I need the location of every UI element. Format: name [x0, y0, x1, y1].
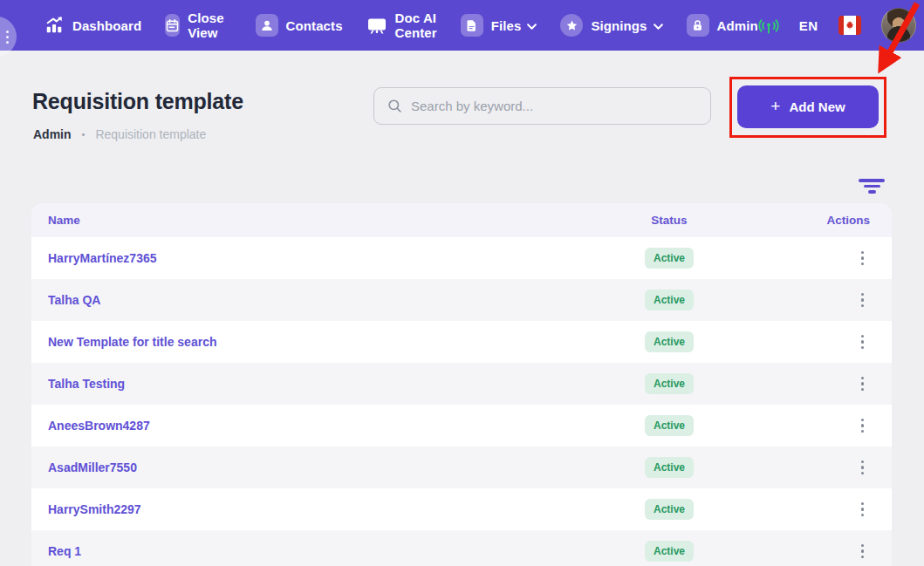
kebab-menu-icon[interactable] — [856, 373, 870, 395]
template-name-link[interactable]: Talha Testing — [48, 377, 125, 391]
table-row: Talha Testing Active — [31, 363, 892, 405]
template-name-link[interactable]: AneesBrown4287 — [48, 419, 150, 433]
status-badge: Active — [645, 457, 694, 478]
kebab-menu-icon[interactable] — [856, 290, 870, 311]
search-box[interactable] — [373, 87, 711, 125]
status-badge: Active — [645, 541, 694, 562]
nav-item-label: Contacts — [286, 18, 343, 33]
kebab-menu-icon[interactable] — [856, 248, 870, 269]
nav-item-signings[interactable]: Signings — [560, 14, 662, 37]
nav-items: Dashboard Close View Contacts Doc AI Cen… — [44, 10, 758, 40]
kebab-menu-icon[interactable] — [856, 457, 870, 479]
breadcrumb-current: Requisition template — [95, 127, 206, 141]
table-row: Req 1 Active — [31, 530, 892, 566]
add-new-label: Add New — [789, 99, 845, 114]
table-row: AneesBrown4287 Active — [31, 405, 892, 447]
person-icon — [256, 14, 278, 37]
nav-item-files[interactable]: Files — [461, 14, 537, 37]
status-badge: Active — [645, 373, 694, 394]
star-icon — [560, 14, 583, 37]
canada-flag-icon[interactable] — [838, 16, 861, 35]
nav-item-label: Doc AI Center — [395, 10, 437, 40]
breadcrumb-parent[interactable]: Admin — [33, 127, 72, 141]
board-icon — [366, 15, 387, 36]
chart-icon — [44, 15, 65, 36]
kebab-menu-icon[interactable] — [856, 415, 870, 437]
table-row: HarryMartínez7365 Active — [31, 237, 892, 279]
table-body: HarryMartínez7365 Active Talha QA Active… — [31, 237, 892, 566]
kebab-menu-icon[interactable] — [856, 499, 870, 521]
add-new-button[interactable]: + Add New — [737, 85, 879, 128]
breadcrumb: Admin • Requisition template — [33, 127, 206, 141]
template-name-link[interactable]: AsadMiller7550 — [48, 460, 137, 474]
search-input[interactable] — [411, 99, 698, 113]
status-badge: Active — [645, 290, 694, 310]
language-selector[interactable]: EN — [799, 18, 818, 33]
column-header-actions: Actions — [713, 214, 870, 227]
nav-item-label: Close View — [188, 10, 231, 40]
nav-item-label: Dashboard — [72, 18, 141, 33]
broadcast-icon[interactable] — [758, 15, 779, 36]
status-badge: Active — [645, 415, 694, 436]
template-name-link[interactable]: Req 1 — [48, 544, 81, 558]
breadcrumb-separator: • — [82, 129, 86, 140]
document-icon — [461, 14, 483, 37]
calendar-icon — [165, 14, 180, 37]
nav-item-doc-ai-center[interactable]: Doc AI Center — [366, 10, 437, 40]
sidebar-edge-toggle[interactable] — [0, 17, 17, 57]
chevron-down-icon — [527, 24, 537, 30]
table-row: AsadMiller7550 Active — [31, 447, 892, 488]
navbar-right-cluster: EN — [758, 8, 916, 43]
template-name-link[interactable]: Talha QA — [48, 293, 100, 307]
nav-item-label: Admin — [717, 18, 758, 33]
nav-item-close-view[interactable]: Close View — [165, 10, 231, 40]
status-badge: Active — [645, 248, 694, 269]
nav-item-admin[interactable]: Admin — [687, 14, 758, 37]
search-icon — [387, 98, 403, 114]
nav-item-contacts[interactable]: Contacts — [256, 14, 343, 37]
template-name-link[interactable]: New Template for title search — [48, 335, 216, 349]
nav-item-label: Signings — [591, 18, 647, 33]
status-badge: Active — [645, 331, 694, 352]
chevron-down-icon — [654, 24, 663, 30]
nav-item-label: Files — [491, 18, 522, 33]
lock-icon — [687, 14, 709, 37]
column-header-status[interactable]: Status — [626, 214, 713, 227]
filter-icon[interactable] — [858, 176, 886, 197]
grip-dots-icon — [6, 31, 9, 44]
requisition-table-card: Name Status Actions HarryMartínez7365 Ac… — [31, 203, 892, 566]
status-badge: Active — [645, 499, 694, 520]
plus-icon: + — [770, 97, 780, 116]
kebab-menu-icon[interactable] — [856, 331, 870, 353]
template-name-link[interactable]: HarryMartínez7365 — [48, 251, 157, 265]
column-header-name[interactable]: Name — [48, 214, 626, 227]
user-avatar[interactable] — [881, 8, 916, 43]
table-row: HarrySmith2297 Active — [31, 488, 892, 530]
table-header-row: Name Status Actions — [31, 203, 892, 237]
page-title: Requisition template — [32, 89, 243, 114]
kebab-menu-icon[interactable] — [856, 541, 870, 563]
table-row: New Template for title search Active — [31, 321, 892, 363]
template-name-link[interactable]: HarrySmith2297 — [48, 502, 141, 516]
top-navbar: Dashboard Close View Contacts Doc AI Cen… — [0, 0, 924, 51]
table-row: Talha QA Active — [31, 279, 892, 321]
nav-item-dashboard[interactable]: Dashboard — [44, 15, 141, 36]
maple-leaf-icon — [845, 20, 855, 31]
